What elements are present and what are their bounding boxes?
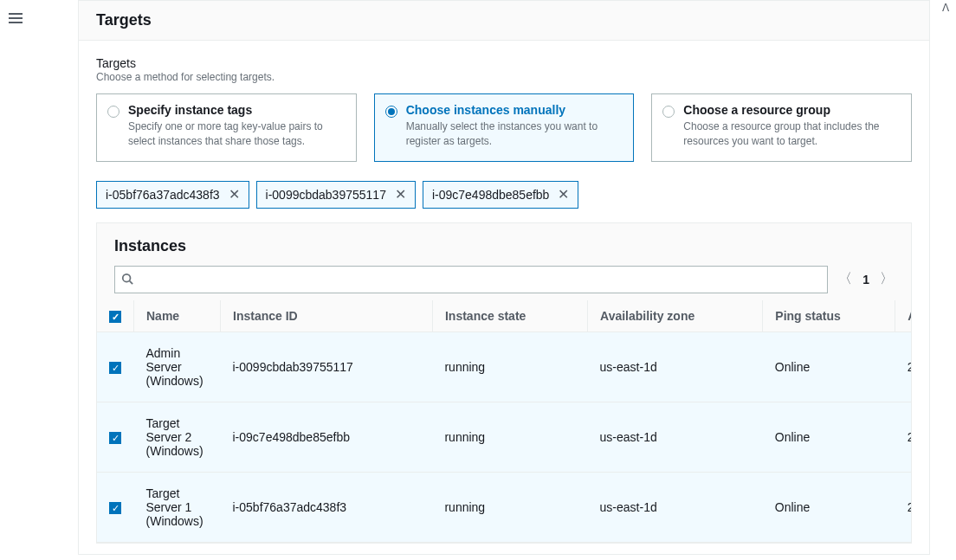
token-label: i-0099cbdab39755117 [266,188,386,202]
select-all-checkbox[interactable]: ✓ [109,311,121,323]
token-label: i-05bf76a37adc438f3 [106,188,220,202]
cell-name: Target Server 2 (Windows) [134,402,221,473]
menu-icon[interactable] [9,10,23,26]
section-subtitle: Choose a method for selecting targets. [96,71,912,83]
instance-token[interactable]: i-09c7e498dbe85efbb ✕ [423,181,578,209]
search-icon [121,273,133,287]
col-az[interactable]: Availability zone [588,300,763,332]
search-container [114,266,828,293]
cell-id: i-09c7e498dbe85efbb [221,402,433,473]
col-instance-id[interactable]: Instance ID [221,300,433,332]
cell-id: i-05bf76a37adc438f3 [221,473,433,543]
cell-state: running [432,402,587,473]
selected-instance-tokens: i-05bf76a37adc438f3 ✕ i-0099cbdab3975511… [96,181,912,209]
tile-title: Choose instances manually [406,103,623,117]
cell-agent: 2.3.814.0 [895,402,911,473]
section-title: Targets [96,56,912,70]
cell-ping: Online [763,473,895,543]
tile-resource-group[interactable]: Choose a resource group Choose a resourc… [651,93,912,162]
row-checkbox[interactable]: ✓ [109,432,121,444]
next-page-icon[interactable]: 〉 [880,270,894,288]
row-checkbox[interactable]: ✓ [109,502,121,514]
search-input[interactable] [114,266,828,293]
tile-desc: Specify one or more tag key-value pairs … [128,119,346,149]
radio-icon [662,106,675,118]
cell-state: running [432,332,587,402]
panel-header: Targets [78,0,930,41]
cell-state: running [432,473,587,543]
svg-line-1 [130,280,133,284]
cell-agent: 2.3.814.0 [895,332,911,402]
col-name[interactable]: Name [134,300,221,332]
radio-icon [385,106,397,118]
tile-title: Choose a resource group [683,103,901,117]
tile-choose-manually[interactable]: Choose instances manually Manually selec… [374,93,635,162]
row-checkbox[interactable]: ✓ [109,362,121,374]
tile-desc: Manually select the instances you want t… [406,119,623,149]
radio-icon [107,106,120,118]
close-icon[interactable]: ✕ [558,188,569,202]
instances-table-scroll[interactable]: ✓ Name Instance ID Instance state Availa… [97,300,911,544]
svg-point-0 [123,274,131,281]
pagination: 〈 1 〉 [838,270,894,288]
cell-az: us-east-1d [588,402,763,473]
cell-az: us-east-1d [588,473,763,543]
instances-table: ✓ Name Instance ID Instance state Availa… [97,300,911,544]
cell-name: Target Server 1 (Windows) [134,473,221,543]
col-agent[interactable]: Agent ve [895,300,911,332]
instances-title: Instances [97,237,911,255]
cell-ping: Online [763,332,895,402]
tile-desc: Choose a resource group that includes th… [683,119,901,149]
page-number: 1 [862,273,869,286]
cell-agent: 2.3.814.0 [895,473,911,543]
token-label: i-09c7e498dbe85efbb [432,188,549,202]
cell-az: us-east-1d [588,332,763,402]
cell-id: i-0099cbdab39755117 [221,332,433,402]
table-row[interactable]: ✓ Target Server 1 (Windows) i-05bf76a37a… [97,473,911,543]
col-state[interactable]: Instance state [432,300,587,332]
target-method-tiles: Specify instance tags Specify one or mor… [96,93,912,162]
tile-title: Specify instance tags [128,103,346,117]
collapse-caret-icon[interactable]: ᐱ [942,2,949,14]
table-row[interactable]: ✓ Target Server 2 (Windows) i-09c7e498db… [97,402,911,473]
page-title: Targets [96,11,912,29]
instance-token[interactable]: i-05bf76a37adc438f3 ✕ [96,181,249,209]
cell-ping: Online [763,402,895,473]
cell-name: Admin Server (Windows) [134,332,221,402]
tile-specify-tags[interactable]: Specify instance tags Specify one or mor… [96,93,357,162]
close-icon[interactable]: ✕ [229,188,240,202]
close-icon[interactable]: ✕ [395,188,406,202]
instances-panel: Instances 〈 1 〉 [96,222,912,544]
col-ping[interactable]: Ping status [763,300,895,332]
table-row[interactable]: ✓ Admin Server (Windows) i-0099cbdab3975… [97,332,911,402]
prev-page-icon[interactable]: 〈 [838,270,852,288]
instance-token[interactable]: i-0099cbdab39755117 ✕ [256,181,416,209]
